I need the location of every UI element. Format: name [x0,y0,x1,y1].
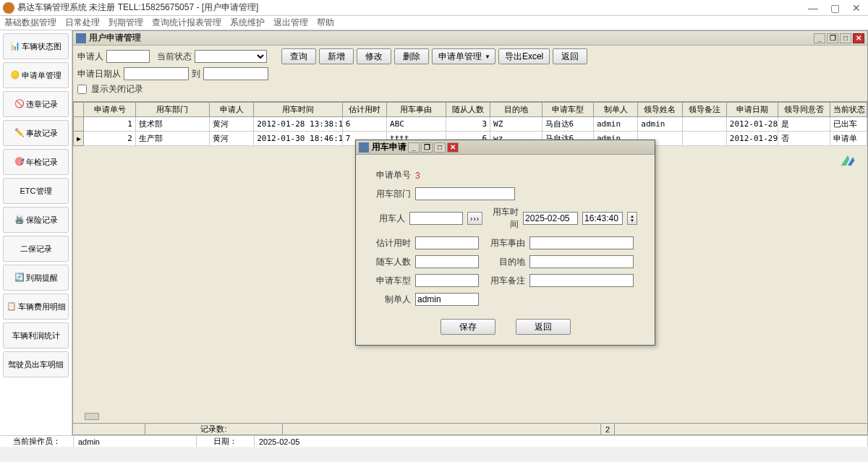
reason-input[interactable] [529,236,634,249]
dest-label: 目的地 [483,256,525,268]
col-header[interactable]: 制单人 [594,103,638,117]
col-header[interactable]: 申请单号 [84,103,135,117]
col-header[interactable]: 随从人数 [446,103,490,117]
sidebar-expiry[interactable]: 🔄到期提醒 [3,265,69,291]
col-header[interactable]: 申请车型 [542,103,593,117]
time-input[interactable] [582,212,623,225]
date-from-input[interactable] [124,67,189,80]
dialog-close-button[interactable]: ✕ [447,142,459,153]
date-input[interactable] [523,212,578,225]
assistant-icon[interactable] [838,150,858,171]
dept-input[interactable] [415,187,515,200]
menu-item[interactable]: 日常处理 [65,17,100,29]
dialog-title-bar[interactable]: 用车申请 _ ❐ □ ✕ [356,140,655,155]
sidebar-driver[interactable]: 驾驶员出车明细 [3,351,69,377]
pax-input[interactable] [415,255,479,268]
applicant-input[interactable] [106,50,150,63]
save-button[interactable]: 保存 [441,319,495,335]
sidebar-item-label: 保险记录 [26,215,58,226]
sidebar-profit[interactable]: 车辆利润统计 [3,322,69,348]
est-input[interactable] [415,236,479,249]
sidebar-item-label: ETC管理 [20,186,52,197]
user-input[interactable] [409,212,463,225]
col-header[interactable]: 申请日期 [726,103,778,117]
date-to-input[interactable] [203,67,268,80]
mdi-close-button[interactable]: ✕ [853,33,864,43]
sidebar-item-label: 车辆状态图 [22,41,61,52]
window-icon [76,33,86,43]
sidebar-item-label: 二保记录 [20,244,52,254]
sidebar-item-label: 车辆利润统计 [12,330,60,341]
chevron-down-icon: ▼ [485,54,490,60]
menu-item[interactable]: 系统维护 [230,17,265,29]
mdi-minimize-button[interactable]: _ [814,33,825,43]
time-spinner[interactable]: ▲▼ [627,212,637,225]
sidebar-item-label: 事故记录 [26,128,58,139]
table-row[interactable]: 1技术部黄河 2012-01-28 13:38:166ABC 3WZ马自达6 a… [74,117,867,132]
col-header[interactable]: 申请人 [209,103,253,117]
date-value: 2025-02-05 [255,436,868,447]
col-header[interactable]: 用车部门 [135,103,209,117]
menu-item[interactable]: 到期管理 [109,17,143,29]
mdi-window: 用户申请管理 _ ❐ □ ✕ 申请人 当前状态 查询 新增 修改 删除 [72,30,868,435]
sidebar-inspection[interactable]: 🎯年检记录 [3,149,69,175]
sidebar-etc[interactable]: ETC管理 [3,178,69,204]
target-icon: 🎯 [14,157,25,167]
status-label: 当前状态 [157,51,192,63]
edit-button[interactable]: 修改 [357,48,391,64]
scrollbar-thumb[interactable] [85,413,99,420]
refresh-icon: 🔄 [14,273,25,283]
request-dialog: 用车申请 _ ❐ □ ✕ 申请单号 3 用车部门 [355,140,655,346]
list-icon: 📋 [7,301,17,312]
menu-bar: 基础数据管理 日常处理 到期管理 查询统计报表管理 系统维护 退出管理 帮助 [0,16,868,30]
back-button[interactable]: 返回 [553,48,587,64]
model-input[interactable] [415,274,479,287]
col-header[interactable]: 用车事由 [387,103,446,117]
sidebar-item-label: 申请单管理 [22,70,61,81]
mdi-maximize-button[interactable]: □ [840,33,851,43]
dialog-title: 用车申请 [372,141,407,153]
sidebar-request-manage[interactable]: 🪙申请单管理 [3,62,69,88]
col-header[interactable]: 用车时间 [254,103,343,117]
sidebar-insurance[interactable]: 🖨️保险记录 [3,207,69,233]
minimize-button[interactable]: — [804,2,822,14]
col-header[interactable]: 估计用时 [342,103,386,117]
delete-button[interactable]: 删除 [394,48,429,64]
query-button[interactable]: 查询 [281,48,316,64]
menu-item[interactable]: 查询统计报表管理 [152,17,221,29]
dialog-back-button[interactable]: 返回 [516,319,571,335]
col-header[interactable]: 当前状态 [830,103,867,117]
show-closed-checkbox[interactable] [77,85,87,94]
sidebar-violation[interactable]: 🚫违章记录 [3,91,69,117]
sidebar-vehicle-status[interactable]: 📊车辆状态图 [3,33,69,59]
menu-item[interactable]: 退出管理 [273,17,308,29]
maximize-button[interactable]: ▢ [826,2,843,14]
col-header[interactable]: 目的地 [490,103,542,117]
menu-item[interactable]: 基础数据管理 [4,17,56,29]
remark-input[interactable] [529,274,634,287]
record-count-value: 2 [601,424,615,435]
mdi-restore-button[interactable]: ❐ [827,33,838,43]
sidebar-expense[interactable]: 📋车辆费用明细 [3,294,69,320]
sidebar-item-label: 年检记录 [26,157,58,168]
app-icon [3,2,14,14]
export-button[interactable]: 导出Excel [498,48,550,64]
col-header[interactable]: 领导备注 [682,103,726,117]
dest-input[interactable] [529,255,634,268]
manage-dropdown[interactable]: 申请单管理▼ [432,48,495,64]
dialog-minimize-button[interactable]: _ [408,142,420,153]
col-header[interactable]: 领导同意否 [778,103,830,117]
col-header[interactable]: 领导姓名 [638,103,682,117]
sidebar-accident[interactable]: ✏️事故记录 [3,120,69,146]
dialog-restore-button[interactable]: ❐ [421,142,433,153]
toolbar: 申请人 当前状态 查询 新增 修改 删除 申请单管理▼ 导出Excel 返回 申… [73,46,867,101]
user-lookup-button[interactable]: ››› [467,212,482,225]
sidebar-maintain[interactable]: 二保记录 [3,236,69,262]
close-button[interactable]: ✕ [848,2,865,14]
add-button[interactable]: 新增 [319,48,354,64]
dialog-maximize-button[interactable]: □ [434,142,446,153]
print-icon: 🖨️ [14,215,25,225]
menu-item[interactable]: 帮助 [317,17,334,29]
status-select[interactable] [195,50,267,63]
maker-input[interactable] [415,293,479,306]
